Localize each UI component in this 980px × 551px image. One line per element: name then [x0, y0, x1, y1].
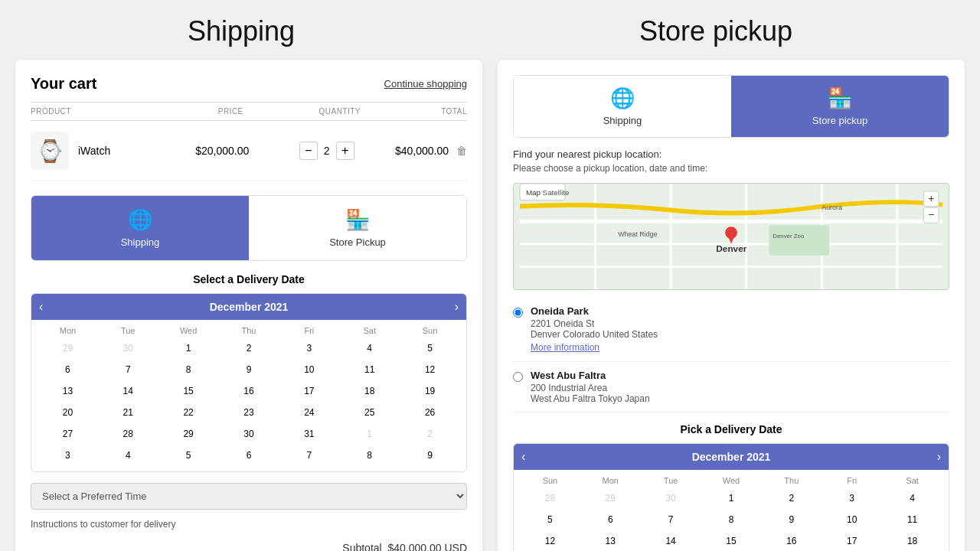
cal-day[interactable]: 6: [57, 360, 77, 380]
cal-day[interactable]: 7: [299, 445, 319, 465]
cal-day[interactable]: 1: [360, 424, 380, 444]
preferred-time-select[interactable]: Select a Preferred Time: [31, 483, 467, 510]
cal-day[interactable]: 4: [360, 338, 380, 358]
cal-day[interactable]: 11: [360, 360, 380, 380]
cal-day[interactable]: 11: [903, 510, 923, 530]
cal-day[interactable]: 30: [239, 424, 259, 444]
cal-day[interactable]: 18: [360, 381, 380, 401]
cal-day[interactable]: 13: [600, 531, 620, 551]
location-city-oneida: Denver Colorado United States: [531, 329, 658, 340]
cal-day[interactable]: 17: [842, 531, 862, 551]
cal-day[interactable]: 2: [420, 424, 440, 444]
cal-day[interactable]: 14: [118, 381, 138, 401]
cal-day[interactable]: 13: [57, 381, 77, 401]
cal-day[interactable]: 5: [178, 445, 198, 465]
cal-day[interactable]: 4: [118, 445, 138, 465]
cal-day[interactable]: 19: [420, 381, 440, 401]
cal-day[interactable]: 12: [540, 531, 560, 551]
cart-title: Your cart: [31, 75, 96, 93]
left-calendar: ‹ December 2021 › MonTueWedThuFriSatSun …: [31, 293, 467, 472]
cal-day[interactable]: 8: [178, 360, 198, 380]
right-cal-header: ‹ December 2021 ›: [514, 444, 949, 470]
location-details-oneida: Oneida Park 2201 Oneida St Denver Colora…: [531, 305, 658, 354]
shipping-tab-label: Shipping: [603, 115, 642, 126]
cal-day[interactable]: 1: [178, 338, 198, 358]
cal-day[interactable]: 14: [661, 531, 681, 551]
cal-day[interactable]: 3: [842, 488, 862, 508]
shipping-panel: Your cart Continue shopping PRODUCT PRIC…: [15, 60, 482, 551]
cal-day[interactable]: 15: [721, 531, 741, 551]
cal-day[interactable]: 17: [299, 381, 319, 401]
cal-day[interactable]: 26: [420, 403, 440, 422]
cal-day[interactable]: 3: [299, 338, 319, 358]
delivery-date-label: Select a Delivery Date: [31, 273, 467, 285]
cal-day[interactable]: 7: [661, 510, 681, 530]
location-radio-oneida[interactable]: [513, 308, 523, 318]
cal-day[interactable]: 25: [360, 403, 380, 422]
right-cal-days-header: SunMonTueWedThuFriSat: [520, 476, 942, 485]
cal-day[interactable]: 28: [540, 488, 560, 508]
pickup-store-tab[interactable]: 🏪 Store pickup: [731, 76, 949, 137]
pickup-toggle-button[interactable]: 🏪 Store Pickup: [249, 196, 466, 260]
cal-day[interactable]: 28: [118, 424, 138, 444]
store-pickup-panel: 🌐 Shipping 🏪 Store pickup Find your near…: [498, 60, 965, 551]
cal-day[interactable]: 23: [239, 403, 259, 422]
cal-day[interactable]: 7: [118, 360, 138, 380]
location-radio-west[interactable]: [513, 372, 523, 382]
cal-day[interactable]: 9: [239, 360, 259, 380]
cal-day[interactable]: 6: [600, 510, 620, 530]
find-location-label: Find your nearest pickup location:: [513, 148, 949, 160]
cart-header: Your cart Continue shopping: [31, 75, 467, 93]
cal-day[interactable]: 9: [782, 510, 802, 530]
cal-day[interactable]: 10: [842, 510, 862, 530]
svg-text:Denver: Denver: [716, 243, 746, 254]
cal-day[interactable]: 24: [299, 403, 319, 422]
svg-text:Map: Map: [526, 188, 541, 197]
cal-day[interactable]: 3: [57, 445, 77, 465]
cal-day[interactable]: 29: [178, 424, 198, 444]
cal-day[interactable]: 1: [721, 488, 741, 508]
cal-day[interactable]: 15: [178, 381, 198, 401]
cal-day[interactable]: 31: [299, 424, 319, 444]
cal-day[interactable]: 16: [239, 381, 259, 401]
cal-day[interactable]: 22: [178, 403, 198, 422]
cal-day[interactable]: 30: [661, 488, 681, 508]
cal-day[interactable]: 12: [420, 360, 440, 380]
cal-day[interactable]: 30: [118, 338, 138, 358]
cal-day[interactable]: 18: [903, 531, 923, 551]
globe-icon: 🌐: [128, 208, 152, 232]
right-cal-next-button[interactable]: ›: [937, 450, 941, 464]
cal-day[interactable]: 8: [721, 510, 741, 530]
cal-grid: MonTueWedThuFriSatSun 29 30 1 2 3 4 5 6 …: [31, 320, 466, 471]
cal-day[interactable]: 29: [600, 488, 620, 508]
cal-day[interactable]: 5: [540, 510, 560, 530]
shipping-toggle-button[interactable]: 🌐 Shipping: [31, 196, 249, 260]
continue-shopping-link[interactable]: Continue shopping: [384, 78, 467, 90]
location-details-west: West Abu Faltra 200 Industrial Area West…: [531, 370, 650, 404]
cal-day[interactable]: 4: [903, 488, 923, 508]
cal-day[interactable]: 10: [299, 360, 319, 380]
location-info-link-oneida[interactable]: More information: [531, 342, 599, 353]
cal-day[interactable]: 21: [118, 403, 138, 422]
right-cal-days: 28 29 30 1 2 3 4 5 6 7 8 9 10 11 12 13 1: [520, 488, 942, 551]
cal-day[interactable]: 16: [782, 531, 802, 551]
cal-day[interactable]: 29: [57, 338, 77, 358]
cal-day[interactable]: 5: [420, 338, 440, 358]
qty-increase-button[interactable]: +: [336, 142, 354, 160]
subtotal-value: $40,000.00 USD: [387, 542, 467, 551]
cal-day[interactable]: 27: [57, 424, 77, 444]
pickup-toggle-label: Store Pickup: [329, 236, 386, 248]
cal-days-header: MonTueWedThuFriSatSun: [38, 326, 460, 335]
cal-day[interactable]: 9: [420, 445, 440, 465]
cal-next-button[interactable]: ›: [455, 300, 459, 314]
cal-day[interactable]: 6: [239, 445, 259, 465]
cart-subtotal: Subtotal $40,000.00 USD: [31, 542, 467, 551]
cal-day[interactable]: 2: [782, 488, 802, 508]
cal-day[interactable]: 20: [57, 403, 77, 422]
cal-day[interactable]: 2: [239, 338, 259, 358]
pickup-shipping-tab[interactable]: 🌐 Shipping: [514, 76, 731, 137]
cal-day[interactable]: 8: [360, 445, 380, 465]
qty-decrease-button[interactable]: −: [299, 142, 318, 160]
shipping-toggle-label: Shipping: [121, 236, 160, 248]
delete-icon[interactable]: 🗑: [456, 145, 467, 157]
